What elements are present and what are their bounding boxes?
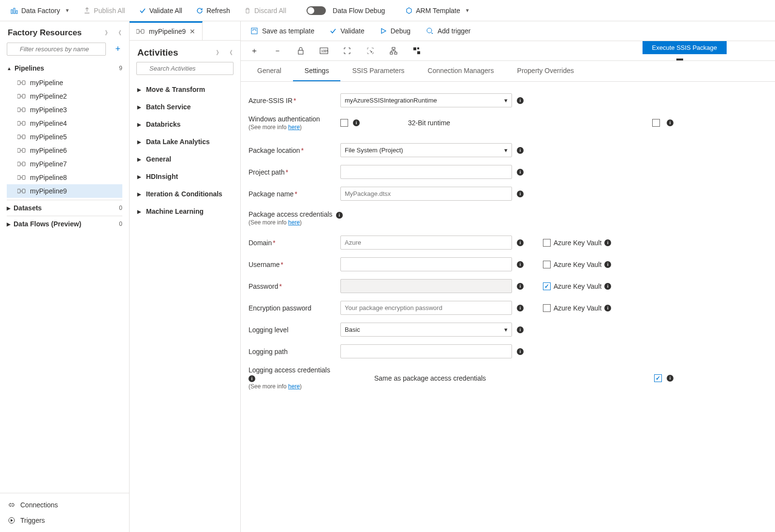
logging-here-link[interactable]: here bbox=[288, 383, 300, 390]
logging-path-input[interactable] bbox=[340, 344, 512, 358]
password-akv-checkbox[interactable] bbox=[543, 282, 551, 290]
activity-group[interactable]: ▶Data Lake Analytics bbox=[130, 133, 240, 150]
svg-rect-1 bbox=[14, 8, 15, 14]
info-icon[interactable]: i bbox=[353, 119, 360, 126]
lock-icon[interactable] bbox=[296, 46, 306, 56]
domain-akv-checkbox[interactable] bbox=[543, 239, 551, 247]
tab-prop-overrides[interactable]: Property Overrides bbox=[506, 61, 585, 81]
collapse-icon[interactable]: 《 bbox=[227, 49, 233, 57]
discard-all-button[interactable]: Discard All bbox=[238, 4, 292, 17]
filter-resources-input[interactable] bbox=[7, 43, 106, 56]
domain-input[interactable] bbox=[340, 236, 512, 250]
pipeline-item[interactable]: myPipeline2 bbox=[7, 89, 122, 103]
pipeline-tab[interactable]: myPipeline9 ✕ bbox=[130, 21, 203, 40]
validate-button[interactable]: Validate bbox=[330, 27, 365, 35]
activity-group[interactable]: ▶Batch Service bbox=[130, 98, 240, 116]
debug-button[interactable]: Debug bbox=[380, 27, 410, 35]
data-flow-debug-toggle[interactable]: Data Flow Debug bbox=[301, 3, 391, 18]
connections-link[interactable]: Connections bbox=[0, 497, 129, 513]
datasets-section[interactable]: ▶Datasets 0 bbox=[7, 200, 122, 216]
password-input[interactable] bbox=[340, 279, 512, 293]
data-factory-label: Data Factory bbox=[21, 7, 60, 15]
search-activities-input[interactable] bbox=[136, 62, 234, 75]
info-icon[interactable]: i bbox=[336, 212, 343, 219]
zoom-100-icon[interactable]: 100% bbox=[319, 46, 329, 56]
tab-general[interactable]: General bbox=[246, 61, 293, 81]
info-icon[interactable]: i bbox=[517, 191, 524, 197]
align-icon[interactable] bbox=[412, 46, 422, 56]
info-icon[interactable]: i bbox=[517, 169, 524, 176]
azure-ssis-ir-select[interactable]: myAzureSSISIntegrationRuntime▾ bbox=[340, 93, 512, 107]
dataflows-section[interactable]: ▶Data Flows (Preview) 0 bbox=[7, 216, 122, 232]
same-as-checkbox[interactable] bbox=[654, 374, 662, 382]
bit32-checkbox[interactable] bbox=[652, 119, 660, 127]
pipeline-item[interactable]: myPipeline9 bbox=[7, 184, 122, 198]
ssis-node[interactable]: Execute SSIS Package bbox=[643, 41, 727, 54]
activity-group[interactable]: ▶Machine Learning bbox=[130, 203, 240, 220]
info-icon[interactable]: i bbox=[517, 305, 524, 311]
save-template-button[interactable]: Save as template bbox=[250, 27, 314, 35]
activity-group[interactable]: ▶General bbox=[130, 150, 240, 168]
validate-all-button[interactable]: Validate All bbox=[133, 4, 188, 17]
pipeline-item[interactable]: myPipeline7 bbox=[7, 157, 122, 171]
package-location-select[interactable]: File System (Project)▾ bbox=[340, 143, 512, 157]
pipeline-name: myPipeline3 bbox=[30, 106, 67, 114]
close-icon[interactable]: ✕ bbox=[190, 28, 195, 35]
collapse-double-icon[interactable]: 》 bbox=[216, 49, 222, 57]
info-icon[interactable]: i bbox=[517, 348, 524, 355]
info-icon[interactable]: i bbox=[517, 239, 524, 246]
add-resource-button[interactable]: + bbox=[113, 44, 122, 54]
arm-template-dropdown[interactable]: ARM Template ▼ bbox=[399, 4, 475, 17]
activity-group[interactable]: ▶Databricks bbox=[130, 116, 240, 133]
collapse-left-icon[interactable]: 《 bbox=[116, 29, 121, 37]
info-icon[interactable]: i bbox=[517, 147, 524, 154]
encryption-akv-checkbox[interactable] bbox=[543, 304, 551, 312]
tab-ssis-params[interactable]: SSIS Parameters bbox=[340, 61, 416, 81]
info-icon[interactable]: i bbox=[604, 239, 611, 246]
pipeline-item[interactable]: myPipeline4 bbox=[7, 117, 122, 130]
activity-group[interactable]: ▶Iteration & Conditionals bbox=[130, 185, 240, 203]
info-icon[interactable]: i bbox=[604, 305, 611, 311]
add-trigger-button[interactable]: Add trigger bbox=[426, 27, 470, 35]
toggle-switch[interactable] bbox=[307, 6, 326, 15]
refresh-button[interactable]: Refresh bbox=[190, 4, 236, 17]
data-factory-dropdown[interactable]: Data Factory ▼ bbox=[5, 4, 75, 17]
win-auth-checkbox[interactable] bbox=[340, 119, 348, 127]
fit-icon[interactable] bbox=[342, 46, 352, 56]
tab-settings[interactable]: Settings bbox=[293, 61, 341, 81]
info-icon[interactable]: i bbox=[604, 261, 611, 268]
info-icon[interactable]: i bbox=[517, 97, 524, 104]
info-icon[interactable]: i bbox=[517, 326, 524, 333]
zoom-out-icon[interactable]: － bbox=[273, 46, 282, 56]
logging-level-select[interactable]: Basic▾ bbox=[340, 323, 512, 337]
pkg-access-here-link[interactable]: here bbox=[288, 219, 300, 226]
pipeline-item[interactable]: myPipeline5 bbox=[7, 130, 122, 144]
layout-icon[interactable] bbox=[389, 46, 398, 56]
tab-conn-managers[interactable]: Connection Managers bbox=[416, 61, 506, 81]
win-auth-here-link[interactable]: here bbox=[288, 124, 300, 131]
info-icon[interactable]: i bbox=[667, 375, 673, 382]
project-path-input[interactable] bbox=[340, 165, 512, 179]
pipeline-item[interactable]: myPipeline8 bbox=[7, 171, 122, 184]
package-name-input[interactable] bbox=[340, 187, 512, 201]
activity-group[interactable]: ▶Move & Transform bbox=[130, 81, 240, 98]
info-icon[interactable]: i bbox=[517, 261, 524, 268]
publish-all-button[interactable]: Publish All bbox=[77, 4, 131, 17]
info-icon[interactable]: i bbox=[667, 119, 673, 126]
info-icon[interactable]: i bbox=[249, 375, 255, 382]
username-akv-checkbox[interactable] bbox=[543, 261, 551, 268]
triggers-link[interactable]: Triggers bbox=[0, 513, 129, 528]
encryption-input[interactable] bbox=[340, 301, 512, 315]
node-handle[interactable] bbox=[676, 59, 683, 60]
zoom-in-icon[interactable]: ＋ bbox=[249, 46, 259, 56]
pipeline-item[interactable]: myPipeline6 bbox=[7, 144, 122, 157]
username-input[interactable] bbox=[340, 257, 512, 271]
select-icon[interactable] bbox=[366, 46, 375, 56]
info-icon[interactable]: i bbox=[517, 283, 524, 290]
collapse-double-left-icon[interactable]: 》 bbox=[105, 29, 111, 37]
pipeline-item[interactable]: myPipeline bbox=[7, 76, 122, 89]
pipeline-item[interactable]: myPipeline3 bbox=[7, 103, 122, 117]
pipelines-section[interactable]: ▲Pipelines 9 bbox=[7, 60, 122, 76]
activity-group[interactable]: ▶HDInsight bbox=[130, 168, 240, 185]
info-icon[interactable]: i bbox=[604, 283, 611, 290]
